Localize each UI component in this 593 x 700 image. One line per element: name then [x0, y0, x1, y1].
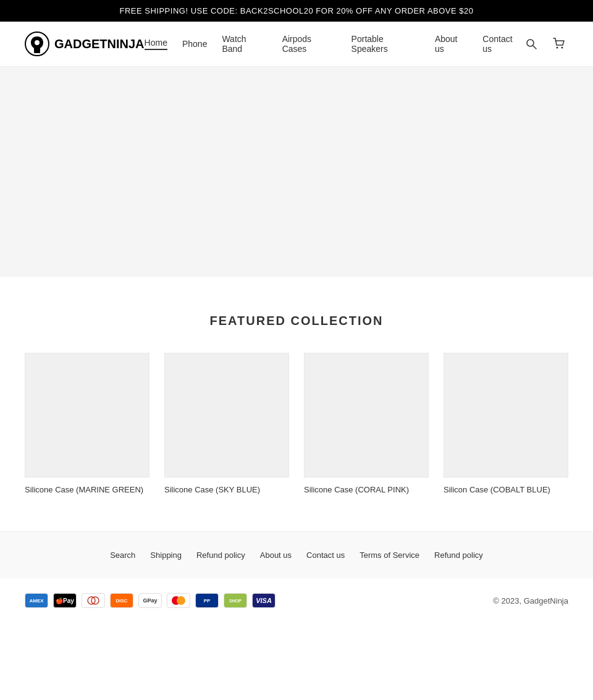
- copyright-brand: GadgetNinja: [524, 596, 568, 605]
- google-pay-icon: GPay: [138, 593, 162, 608]
- product-image-2: [164, 353, 289, 478]
- footer-nav-refund-policy-2[interactable]: Refund policy: [434, 550, 483, 560]
- nav-phone[interactable]: Phone: [182, 39, 207, 49]
- nav-portable-speakers[interactable]: Portable Speakers: [351, 34, 420, 54]
- nav-airpods-cases[interactable]: Airpods Cases: [282, 34, 337, 54]
- nav-home[interactable]: Home: [145, 38, 167, 50]
- discover-icon: DISC: [110, 593, 133, 608]
- product-image-1: [25, 353, 149, 478]
- footer-nav-contact-us[interactable]: Contact us: [306, 550, 345, 560]
- product-image-4: [444, 353, 568, 478]
- copyright-year: © 2023,: [493, 596, 521, 605]
- announcement-bar: FREE SHIPPING! USE CODE: BACK2SCHOOL20 F…: [0, 0, 593, 22]
- header: GADGETNINJA Home Phone Watch Band Airpod…: [0, 22, 593, 67]
- hero-section: [0, 67, 593, 277]
- footer: AMEX 🍎Pay DISC GPay PP SHOP VISA © 2023,…: [0, 578, 593, 623]
- logo[interactable]: GADGETNINJA: [25, 32, 145, 56]
- svg-point-5: [561, 47, 563, 49]
- footer-nav-about-us[interactable]: About us: [260, 550, 292, 560]
- copyright: © 2023, GadgetNinja: [493, 596, 568, 605]
- mastercard-icon: [167, 593, 190, 608]
- product-name-3: Silicone Case (CORAL PINK): [304, 485, 429, 494]
- logo-icon: [25, 32, 49, 56]
- footer-nav: Search Shipping Refund policy About us C…: [25, 550, 568, 560]
- footer-nav-terms-of-service[interactable]: Terms of Service: [360, 550, 419, 560]
- amex-icon: AMEX: [25, 593, 48, 608]
- product-name-2: Silicone Case (SKY BLUE): [164, 485, 289, 494]
- announcement-text: FREE SHIPPING! USE CODE: BACK2SCHOOL20 F…: [120, 6, 474, 15]
- footer-nav-refund-policy-1[interactable]: Refund policy: [196, 550, 245, 560]
- product-card-2[interactable]: Silicone Case (SKY BLUE): [164, 353, 289, 494]
- svg-point-4: [557, 47, 558, 49]
- nav-contact-us[interactable]: Contact us: [482, 34, 523, 54]
- product-name-1: Silicone Case (MARINE GREEN): [25, 485, 149, 494]
- nav-about-us[interactable]: About us: [435, 34, 468, 54]
- product-card-4[interactable]: Silicon Case (COBALT BLUE): [444, 353, 568, 494]
- featured-title: FEATURED COLLECTION: [25, 314, 568, 328]
- svg-point-3: [527, 40, 534, 46]
- footer-nav-section: Search Shipping Refund policy About us C…: [0, 531, 593, 578]
- apple-pay-icon: 🍎Pay: [53, 593, 77, 608]
- footer-nav-shipping[interactable]: Shipping: [150, 550, 182, 560]
- cart-button[interactable]: [550, 35, 568, 53]
- product-card-1[interactable]: Silicone Case (MARINE GREEN): [25, 353, 149, 494]
- svg-point-2: [35, 40, 40, 45]
- product-name-4: Silicon Case (COBALT BLUE): [444, 485, 568, 494]
- main-nav: Home Phone Watch Band Airpods Cases Port…: [145, 34, 523, 54]
- search-button[interactable]: [523, 35, 540, 53]
- product-card-3[interactable]: Silicone Case (CORAL PINK): [304, 353, 429, 494]
- cart-icon: [552, 37, 566, 51]
- paypal-icon: PP: [195, 593, 219, 608]
- header-icons: [523, 35, 568, 53]
- product-image-3: [304, 353, 429, 478]
- visa-icon: VISA: [252, 593, 275, 608]
- logo-text: GADGETNINJA: [54, 37, 145, 51]
- shopify-pay-icon: SHOP: [224, 593, 247, 608]
- nav-watch-band[interactable]: Watch Band: [222, 34, 267, 54]
- product-grid: Silicone Case (MARINE GREEN) Silicone Ca…: [25, 353, 568, 494]
- payment-icons: AMEX 🍎Pay DISC GPay PP SHOP VISA: [25, 593, 275, 608]
- footer-nav-search[interactable]: Search: [110, 550, 135, 560]
- featured-section: FEATURED COLLECTION Silicone Case (MARIN…: [0, 277, 593, 531]
- diners-icon: [82, 593, 105, 608]
- search-icon: [525, 38, 537, 50]
- svg-rect-1: [34, 51, 40, 53]
